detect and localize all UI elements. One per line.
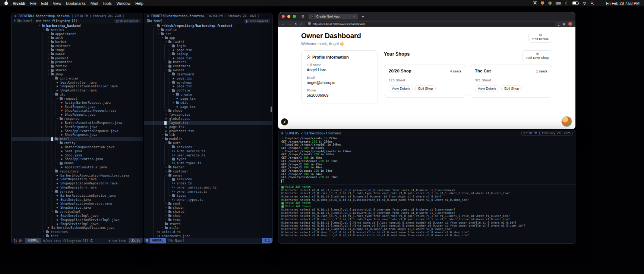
expander-icon[interactable]: ▾	[172, 101, 175, 105]
expander-icon[interactable]: ▸	[164, 206, 168, 210]
expander-icon[interactable]: ▾	[168, 81, 171, 85]
menubar-clock[interactable]: Fri Feb 28 7:58 PM	[606, 1, 640, 6]
control-center-icon[interactable]	[598, 2, 602, 5]
back-button[interactable]: ←	[281, 22, 285, 26]
tree-file-SeatServiceImpl.java[interactable]: ●SeatServiceImpl.java	[12, 214, 143, 218]
tree-file-BarberShopAssociation.java[interactable]: ●BarberShopAssociation.java	[12, 145, 143, 149]
expander-icon[interactable]: ▸	[42, 234, 45, 238]
expander-icon[interactable]: ▸	[161, 133, 164, 137]
reload-button[interactable]: ↻	[294, 22, 297, 26]
expander-icon[interactable]: ▾	[157, 32, 160, 36]
expander-icon[interactable]: ▾	[168, 72, 171, 77]
tree-dir-temp[interactable]: ▸temp	[144, 218, 272, 222]
vim-tab-neotree[interactable]: neo-tree filesystem [1]	[36, 19, 77, 23]
tree-file-page.tsx[interactable]: ◉page.tsx	[144, 125, 272, 129]
menu-view[interactable]: View	[53, 1, 61, 6]
nextjs-devtools-button[interactable]: ⚡	[281, 118, 288, 125]
tree-dir-serviceImpl[interactable]: ▾serviceImpl	[12, 210, 143, 214]
expander-icon[interactable]: ▾	[168, 194, 171, 198]
tree-dir-public[interactable]: ▸public	[144, 28, 272, 32]
tree-dir-types[interactable]: ▾types	[144, 157, 272, 161]
expander-icon[interactable]: ▸	[47, 44, 50, 48]
tree-dir-types[interactable]: ▾types	[144, 194, 272, 198]
close-tab-icon[interactable]: ×	[353, 15, 355, 18]
tree-file-owner.service.impl.ts[interactable]: tsowner.service.impl.ts	[144, 186, 272, 190]
expander-icon[interactable]: ▸	[47, 48, 50, 52]
tree-dir-repository[interactable]: ▾repository	[12, 169, 143, 174]
address-bar[interactable]: http://localhost:3000/owners/dashboard	[306, 22, 555, 27]
expander-icon[interactable]: ▾	[164, 174, 168, 178]
tree-file-owner.service.ts[interactable]: tsowner.service.ts	[144, 190, 272, 194]
tree-dir-lib[interactable]: ▸lib	[144, 133, 272, 137]
tree-dir-owners[interactable]: ▾owners	[144, 68, 272, 72]
expander-icon[interactable]: ▸	[164, 202, 168, 206]
vim-tab-no-name[interactable]: [No Name]	[146, 19, 162, 23]
view-details-button[interactable]: View Details	[389, 85, 413, 91]
vim-tab-no-name[interactable]: #[No Name]	[14, 19, 32, 23]
expander-icon[interactable]: ▸	[47, 64, 50, 68]
tree-dir-profile[interactable]: ▾profile	[144, 88, 272, 93]
tree-dir-shop[interactable]: ▸shop	[144, 214, 272, 218]
tree-dir-dto[interactable]: ▾dto	[12, 93, 143, 97]
menu-window[interactable]: Window	[117, 1, 130, 6]
tree-file-Shop.java[interactable]: ●Shop.java	[12, 153, 143, 158]
tree-file-ShopApplicationResponse.java[interactable]: ●ShopApplicationResponse.java	[12, 129, 143, 133]
expander-icon[interactable]: ▸	[164, 60, 168, 64]
menu-bookmarks[interactable]: Bookmarks	[66, 1, 86, 6]
tree-dir-auth[interactable]: ▾auth	[144, 141, 272, 145]
tree-dir-barbershop_backend[interactable]: ▾barbershop_backend	[12, 24, 143, 28]
tree-file-auth.service.ts[interactable]: tsauth.service.ts	[144, 149, 272, 153]
tree-dir-promotion[interactable]: ▸promotion	[12, 60, 143, 64]
tree-dir-src[interactable]: ▾src	[144, 32, 272, 36]
tracker-shield-icon[interactable]	[308, 22, 311, 25]
browser-profile-avatar[interactable]	[568, 22, 572, 26]
edit-shop-button[interactable]: Edit Shop	[415, 85, 436, 91]
menu-mail[interactable]: Mail	[91, 1, 98, 6]
tree-dir-resources[interactable]: ▸resources	[12, 230, 143, 234]
expander-icon[interactable]: ▾	[56, 141, 59, 145]
tree-file-components.json[interactable]: {}components.json	[144, 234, 272, 238]
expander-icon[interactable]: ▾	[51, 169, 54, 174]
expander-icon[interactable]: ▾	[168, 88, 171, 93]
expander-icon[interactable]: ▸	[164, 169, 168, 174]
tree-file-auth.types.ts[interactable]: tsauth.types.ts	[144, 161, 272, 165]
tree-file-page.tsx[interactable]: ◉page.tsx	[144, 77, 272, 81]
expander-icon[interactable]: ▾	[164, 141, 168, 145]
tree-file-owner.types.ts[interactable]: tsowner.types.ts	[144, 198, 272, 202]
tree-dir-customer[interactable]: ▸customer	[144, 169, 272, 174]
tree-file-favicon.ico[interactable]: ★favicon.ico	[144, 113, 272, 117]
expander-icon[interactable]: ▾	[38, 24, 41, 28]
tree-file-ShopApplicationService.java[interactable]: ●ShopApplicationService.java	[12, 202, 143, 206]
menu-file[interactable]: File	[30, 1, 37, 6]
tree-dir-my-shops[interactable]: ▾my-shops	[144, 81, 272, 85]
expander-icon[interactable]: ▾	[153, 24, 157, 28]
extensions-icon[interactable]: ⊞	[562, 22, 565, 26]
menu-vivaldi[interactable]: Vivaldi	[13, 1, 25, 6]
tree-dir-auth[interactable]: ▸auth	[12, 36, 143, 40]
tree-dir-create[interactable]: ▾create	[144, 93, 272, 97]
tree-dir-owner[interactable]: ▾owner	[144, 174, 272, 178]
tree-file-BarbershopBackendApplication.java[interactable]: ●BarbershopBackendApplication.java	[12, 226, 143, 230]
expander-icon[interactable]: ▸	[164, 218, 168, 222]
expander-icon[interactable]: ▸	[47, 32, 50, 36]
tree-file-ShopApplication.java[interactable]: ●ShopApplication.java	[12, 157, 143, 161]
expander-icon[interactable]: ▸	[164, 210, 168, 214]
expander-icon[interactable]: ▸	[47, 56, 50, 60]
tree-file-ShopApplicationServiceImpl.java[interactable]: ●ShopApplicationServiceImpl.java	[12, 218, 143, 222]
tree-file-ApplicationStatus.java[interactable]: ●ApplicationStatus.java	[12, 165, 143, 169]
expander-icon[interactable]: ▾	[164, 68, 168, 72]
tree-file-SeatResponse.java[interactable]: ●SeatResponse.java	[12, 125, 143, 129]
expander-icon[interactable]: ▸	[161, 222, 164, 226]
tree-dir-model[interactable]: ▾model	[12, 137, 143, 141]
tree-dir-shared[interactable]: ▸shared	[144, 210, 272, 214]
tree-dir-image[interactable]: ▸image	[12, 48, 143, 52]
tree-file-BarberShopAssociationRepository.java[interactable]: ●BarberShopAssociationRepository.java	[12, 174, 143, 178]
tree-file-page.tsx[interactable]: ◉page.tsx	[144, 84, 272, 88]
tree-dir-services[interactable]: ▾services	[144, 145, 272, 149]
tree-dir-seat[interactable]: ▸seat	[144, 202, 272, 206]
tree-file-Seat.java[interactable]: ●Seat.java	[12, 149, 143, 153]
expander-icon[interactable]: ▾	[56, 97, 59, 101]
tree-dir-shared[interactable]: ▸shared	[12, 68, 143, 72]
tree-dir-~/desk/repository/barbershop-frontend[interactable]: ▾~/desk/repository/barbershop-frontend	[144, 24, 272, 28]
moon-icon[interactable]: ☾	[565, 1, 568, 5]
